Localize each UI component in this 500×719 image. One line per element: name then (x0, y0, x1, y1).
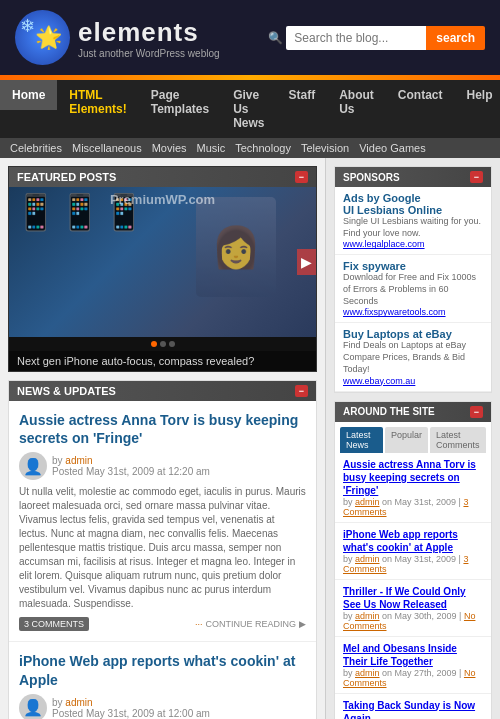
nav-item-home[interactable]: Home (0, 80, 57, 138)
sponsor-title-2: Fix spyware (343, 260, 483, 272)
subnav-miscellaneous[interactable]: Miscellaneous (72, 142, 142, 154)
featured-person: 👩 (196, 197, 276, 297)
around-tabs: Latest News Popular Latest Comments (335, 422, 491, 453)
nav-item-html[interactable]: HTML Elements! (57, 80, 138, 138)
around-title-4[interactable]: Mel and Obesans Inside Their Life Togeth… (343, 642, 483, 668)
around-item-2: iPhone Web app reports what's cookin' at… (335, 523, 491, 580)
header: ❄ 🌟 elements Just another WordPress webl… (0, 0, 500, 80)
sponsors-close-btn[interactable]: − (470, 171, 483, 183)
slider-next-btn[interactable]: ▶ (297, 249, 316, 275)
search-input[interactable] (286, 26, 426, 50)
subnav-music[interactable]: Music (197, 142, 226, 154)
logo-text: elements Just another WordPress weblog (78, 17, 220, 59)
subnav-movies[interactable]: Movies (152, 142, 187, 154)
around-title-2[interactable]: iPhone Web app reports what's cookin' at… (343, 528, 483, 554)
comments-badge-1[interactable]: 3 COMMENTS (19, 617, 89, 631)
sponsor-link-3[interactable]: www.ebay.com.au (343, 376, 483, 386)
around-item-1: Aussie actress Anna Torv is busy keeping… (335, 453, 491, 523)
featured-caption: Next gen iPhone auto-focus, compass reve… (9, 351, 316, 371)
subnav-technology[interactable]: Technology (235, 142, 291, 154)
sponsor-link-1[interactable]: www.legalplace.com (343, 239, 483, 249)
around-section: AROUND THE SITE − Latest News Popular La… (334, 401, 492, 720)
search-area: 🔍 search (268, 26, 485, 50)
featured-section-header: FEATURED POSTS − (9, 167, 316, 187)
sponsor-desc-1: Single UI Lesbians waiting for you. Find… (343, 216, 483, 239)
around-item-3: Thriller - If We Could Only See Us Now R… (335, 580, 491, 637)
orange-bar (0, 75, 500, 80)
around-meta-3: by admin on May 30th, 2009 | No Comments (343, 611, 483, 631)
dot-2[interactable] (160, 341, 166, 347)
search-icon: 🔍 (268, 31, 283, 45)
sponsor-title-3: Buy Laptops at eBay (343, 328, 483, 340)
slider-dots (9, 337, 316, 351)
featured-close-btn[interactable]: − (295, 171, 308, 183)
site-title: elements (78, 17, 220, 48)
sidebar: SPONSORS − Ads by Google UI Lesbians Onl… (325, 158, 500, 719)
around-close-btn[interactable]: − (470, 406, 483, 418)
continue-reading-1[interactable]: ··· CONTINUE READING ▶ (195, 619, 306, 629)
news-title-2: iPhone Web app reports what's cookin' at… (19, 652, 306, 688)
meta-text-1: by admin Posted May 31st, 2009 at 12:20 … (52, 455, 210, 477)
news-label: NEWS & UPDATES (17, 385, 116, 397)
around-tab-latest[interactable]: Latest News (340, 427, 383, 453)
featured-slider[interactable]: 📱📱📱 👩 PremiumWP.com ▶ (9, 187, 316, 337)
nav-item-help[interactable]: Help (455, 80, 500, 138)
sponsor-title-1: Ads by Google (343, 192, 483, 204)
around-header: AROUND THE SITE − (335, 402, 491, 422)
logo-icon: ❄ 🌟 (15, 10, 70, 65)
meta-text-2: by admin Posted May 31st, 2009 at 12:00 … (52, 697, 210, 719)
sponsor-desc-2: Download for Free and Fix 1000s of Error… (343, 272, 483, 307)
subnav-video-games[interactable]: Video Games (359, 142, 425, 154)
news-meta-1: 👤 by admin Posted May 31st, 2009 at 12:2… (19, 452, 306, 480)
search-button[interactable]: search (426, 26, 485, 50)
news-item-2: iPhone Web app reports what's cookin' at… (9, 642, 316, 719)
sponsor-item-3: Buy Laptops at eBay Find Deals on Laptop… (335, 323, 491, 391)
sponsor-item-2: Fix spyware Download for Free and Fix 10… (335, 255, 491, 323)
news-excerpt-1: Ut nulla velit, molestie ac commodo eget… (19, 485, 306, 611)
dot-1[interactable] (151, 341, 157, 347)
around-meta-1: by admin on May 31st, 2009 | 3 Comments (343, 497, 483, 517)
around-item-5: Taking Back Sunday is Now Again by admin… (335, 694, 491, 720)
around-tab-popular[interactable]: Popular (385, 427, 428, 453)
around-title-3[interactable]: Thriller - If We Could Only See Us Now R… (343, 585, 483, 611)
sponsors-label: SPONSORS (343, 172, 400, 183)
watermark: PremiumWP.com (9, 192, 316, 207)
news-title-1: Aussie actress Anna Torv is busy keeping… (19, 411, 306, 447)
author-avatar-1: 👤 (19, 452, 47, 480)
subnav-celebrities[interactable]: Celebrities (10, 142, 62, 154)
nav-item-about[interactable]: About Us (327, 80, 386, 138)
sponsor-link-2[interactable]: www.fixspywaretools.com (343, 307, 483, 317)
main-column: FEATURED POSTS − 📱📱📱 👩 PremiumWP.com ▶ (0, 158, 325, 719)
news-section-header: NEWS & UPDATES − (9, 381, 316, 401)
nav-item-templates[interactable]: Page Templates (139, 80, 221, 138)
dot-3[interactable] (169, 341, 175, 347)
sponsor-item-1: Ads by Google UI Lesbians Online Single … (335, 187, 491, 255)
news-footer-1: 3 COMMENTS ··· CONTINUE READING ▶ (19, 617, 306, 631)
nav-item-staff[interactable]: Staff (277, 80, 328, 138)
featured-label: FEATURED POSTS (17, 171, 116, 183)
news-item: Aussie actress Anna Torv is busy keeping… (9, 401, 316, 642)
nav-item-give-us-news[interactable]: Give Us News (221, 80, 276, 138)
news-meta-2: 👤 by admin Posted May 31st, 2009 at 12:0… (19, 694, 306, 719)
subnav-television[interactable]: Television (301, 142, 349, 154)
author-avatar-2: 👤 (19, 694, 47, 719)
news-close-btn[interactable]: − (295, 385, 308, 397)
around-title-1[interactable]: Aussie actress Anna Torv is busy keeping… (343, 458, 483, 497)
news-section: NEWS & UPDATES − Aussie actress Anna Tor… (8, 380, 317, 719)
sponsors-section: SPONSORS − Ads by Google UI Lesbians Onl… (334, 166, 492, 393)
logo-area: ❄ 🌟 elements Just another WordPress webl… (15, 10, 220, 65)
around-tab-comments[interactable]: Latest Comments (430, 427, 486, 453)
sponsors-header: SPONSORS − (335, 167, 491, 187)
featured-posts: FEATURED POSTS − 📱📱📱 👩 PremiumWP.com ▶ (8, 166, 317, 372)
sub-nav: Celebrities Miscellaneous Movies Music T… (0, 138, 500, 158)
snowflake-icon: ❄ (20, 15, 35, 37)
around-title-5[interactable]: Taking Back Sunday is Now Again (343, 699, 483, 720)
around-meta-2: by admin on May 31st, 2009 | 3 Comments (343, 554, 483, 574)
main-nav: Home HTML Elements! Page Templates Give … (0, 80, 500, 138)
around-meta-4: by admin on May 27th, 2009 | No Comments (343, 668, 483, 688)
sponsor-subtitle-1: UI Lesbians Online (343, 204, 483, 216)
around-item-4: Mel and Obesans Inside Their Life Togeth… (335, 637, 491, 694)
content-wrapper: FEATURED POSTS − 📱📱📱 👩 PremiumWP.com ▶ (0, 158, 500, 719)
nav-item-contact[interactable]: Contact (386, 80, 455, 138)
site-tagline: Just another WordPress weblog (78, 48, 220, 59)
